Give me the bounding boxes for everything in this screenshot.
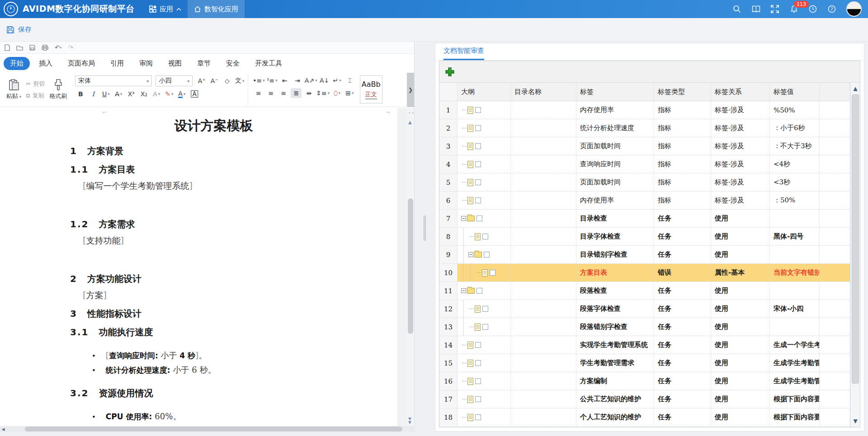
home-tab[interactable]: 数智化应用 [188,0,245,18]
open-icon[interactable] [16,45,23,51]
row-checkbox[interactable] [482,324,488,330]
paste-button[interactable]: 粘贴 ▾ [6,79,21,100]
row-checkbox[interactable] [482,234,488,239]
ribbon-tab-引用[interactable]: 引用 [104,57,130,70]
superscript-icon[interactable]: X² [126,89,137,99]
row-checkbox[interactable] [476,288,482,294]
table-row[interactable]: 11段落检查任务使用 [439,282,860,300]
row-checkbox[interactable] [475,414,481,420]
table-row[interactable]: 18个人工艺知识的维护任务使用根据下面内容要求按照 [439,408,860,427]
scroll-up-arrow[interactable]: ▲ [408,120,412,125]
borders-icon[interactable]: ⊞▾ [344,88,355,98]
pinyin-icon[interactable]: 文▾ [234,76,245,86]
bold-icon[interactable]: B [75,89,86,99]
ribbon-tab-页面布局[interactable]: 页面布局 [61,57,101,70]
char-width-icon[interactable]: ⌶ [344,75,355,85]
table-row[interactable]: 3页面加载时间指标标签-涉及：不大于3秒 [439,137,860,155]
table-row[interactable]: 15学生考勤管理需求任务使用生成学生考勤管理的需 [439,354,860,372]
ribbon-tab-章节[interactable]: 章节 [191,57,217,70]
history-clock-icon[interactable] [808,5,817,14]
style-gallery[interactable]: AaBb 正文 [360,75,382,103]
ribbon-tab-视图[interactable]: 视图 [162,57,188,70]
table-row[interactable]: 13段落错别字检查任务使用 [439,318,860,336]
bullet-list-icon[interactable]: •≡▾ [253,75,265,85]
collapse-expander-icon[interactable] [461,216,466,221]
ribbon-tab-安全[interactable]: 安全 [220,57,246,70]
row-checkbox[interactable] [475,161,481,167]
fullscreen-icon[interactable] [770,5,779,14]
ribbon-tab-开发工具[interactable]: 开发工具 [249,57,288,70]
apps-menu[interactable]: 应用 [143,0,188,18]
shading-icon[interactable]: ⬯▾ [331,88,342,98]
ribbon-tab-插入[interactable]: 插入 [33,57,59,70]
row-checkbox[interactable] [484,252,490,258]
italic-icon[interactable]: I [88,89,99,99]
document-vertical-scrollbar[interactable]: ⌄⌄ ▲ ▼▼ [407,108,414,426]
row-checkbox[interactable] [475,360,481,366]
undo-icon[interactable]: ↶▾ [55,44,62,51]
notifications-bell-icon[interactable]: 113 [789,5,798,14]
row-checkbox[interactable] [476,216,482,221]
scroll-thumb[interactable] [408,198,413,334]
align-left-icon[interactable]: ≡ [253,88,264,98]
text-effects-icon[interactable]: A▾ [151,89,162,99]
character-border-icon[interactable]: 🄰 [189,89,200,99]
table-row[interactable]: 8目录字体检查任务使用黑体-四号 [439,228,860,246]
row-checkbox[interactable] [475,342,481,348]
scroll-left-arrow[interactable]: ◀ [0,427,6,431]
strikethrough-icon[interactable]: A̶▾ [113,89,124,99]
format-painter-button[interactable]: 格式刷 [49,79,67,100]
ribbon-tab-开始[interactable]: 开始 [4,57,30,70]
row-checkbox[interactable] [475,396,481,402]
row-checkbox[interactable] [482,306,488,312]
toolbar-expand-button[interactable]: ❯ [407,73,414,107]
font-color-icon[interactable]: A▾ [176,89,187,99]
document-horizontal-scrollbar[interactable]: ◀ ▶ [0,426,423,432]
row-checkbox[interactable] [475,143,481,149]
distribute-icon[interactable]: ⇹ [303,88,314,98]
text-direction-icon[interactable]: A↓ [319,75,330,85]
ribbon-tab-审阅[interactable]: 审阅 [133,57,159,70]
font-family-select[interactable]: 宋体▾ [75,75,152,86]
help-icon[interactable]: ? [827,5,836,14]
save-button[interactable]: 保存 [6,25,32,34]
docs-icon[interactable] [751,5,760,14]
scroll-down-arrows[interactable]: ▼▼ [408,417,411,424]
table-row[interactable]: 5页面加载时间指标标签-涉及<3秒 [439,173,860,192]
wrap-icon[interactable]: ↵▾ [332,75,343,85]
table-row[interactable]: 1内存使用率指标标签-涉及%50% [439,101,860,119]
table-row[interactable]: 14实现学生考勤管理系统任务使用生成一个学生考勤管理 [439,336,860,354]
print-icon[interactable] [42,45,48,51]
numbered-list-icon[interactable]: ¹≡▾ [267,75,278,85]
line-spacing-icon[interactable]: ⇕≡▾ [316,88,330,98]
table-row[interactable]: 2统计分析处理速度指标标签-涉及：小于6秒 [439,119,860,137]
document-canvas[interactable]: ⌐ ⌐ 设计方案模板1方案背景1.1方案目表[编写一个学生考勤管理系统]1.2方… [0,108,398,426]
table-scroll-down-arrow[interactable]: ▼ [850,418,860,424]
table-row[interactable]: 17公共工艺知识的维护任务使用根据下面内容要求按照 [439,390,860,408]
row-checkbox[interactable] [475,107,481,113]
clear-format-icon[interactable]: ◇ [222,76,232,86]
grow-font-icon[interactable]: A⁺ [196,76,207,86]
char-scale-icon[interactable]: A⇗▾ [305,75,317,85]
shrink-font-icon[interactable]: A⁻ [209,76,220,86]
table-scroll-thumb[interactable] [852,94,859,384]
row-checkbox[interactable] [475,125,481,131]
table-row[interactable]: 6内存使用率指标标签-涉及：50% [439,192,860,210]
align-right-icon[interactable]: ≡ [278,88,289,98]
table-vertical-scrollbar[interactable]: ▲ ▼ [850,83,860,427]
underline-icon[interactable]: U▾ [100,89,111,99]
increase-indent-icon[interactable]: ⇥ [292,75,303,85]
redo-icon[interactable]: ↷ [68,44,74,51]
font-size-select[interactable]: 小四▾ [156,75,193,86]
add-row-button[interactable] [445,67,455,77]
save-small-icon[interactable] [29,45,35,51]
table-row[interactable]: 16方案编制任务使用生成学生考勤管理的方 [439,372,860,390]
justify-icon[interactable]: ≣ [291,88,302,98]
ruler-toggle-icon[interactable]: ⌄⌄ [408,110,415,114]
user-avatar[interactable] [846,1,862,17]
row-checkbox[interactable] [490,270,495,276]
collapse-expander-icon[interactable] [468,252,473,257]
table-row[interactable]: 7目录检查任务使用 [439,210,860,228]
table-row[interactable]: 4查询响应时间指标标签-涉及<4秒 [439,155,860,173]
subscript-icon[interactable]: X₂ [138,89,149,99]
